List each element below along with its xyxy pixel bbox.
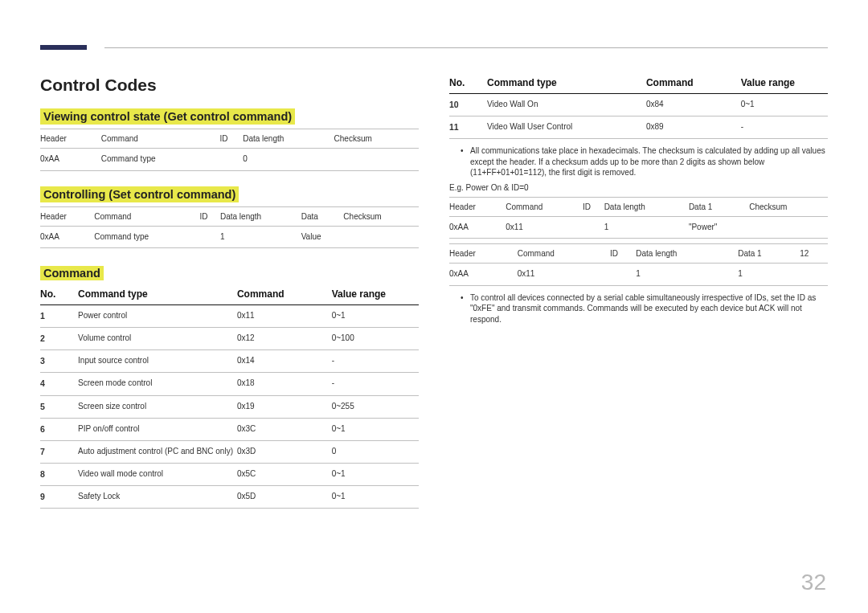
td: 0x19 bbox=[237, 395, 332, 418]
td: Volume control bbox=[78, 328, 237, 350]
td bbox=[610, 264, 636, 286]
section-heading-command: Command bbox=[40, 266, 104, 280]
td bbox=[199, 226, 220, 248]
table-row: 10Video Wall On0x840~1 bbox=[449, 94, 828, 116]
td: Screen mode control bbox=[78, 373, 237, 395]
td: 8 bbox=[40, 463, 78, 485]
td: Video wall mode control bbox=[78, 463, 237, 485]
table-row: 0xAA 0x11 1 1 bbox=[449, 264, 828, 286]
td bbox=[334, 149, 419, 171]
th: Header bbox=[40, 129, 101, 149]
td bbox=[343, 226, 419, 248]
td: 7 bbox=[40, 440, 78, 463]
th: Data length bbox=[220, 206, 301, 226]
td: - bbox=[741, 116, 828, 139]
td bbox=[219, 149, 243, 171]
td: - bbox=[332, 350, 419, 373]
td bbox=[800, 264, 828, 286]
page-title: Control Codes bbox=[40, 76, 419, 95]
table-set-command: Header Command ID Data length Data Check… bbox=[40, 206, 419, 249]
td: 0x3C bbox=[237, 418, 332, 440]
th: Data length bbox=[243, 129, 334, 149]
th: Data length bbox=[636, 244, 738, 264]
td: 10 bbox=[449, 94, 487, 116]
page-number: 32 bbox=[801, 570, 826, 595]
table-command-list-left: No. Command type Command Value range 1Po… bbox=[40, 284, 419, 509]
th: Data bbox=[301, 206, 344, 226]
th-command: Command bbox=[237, 284, 332, 305]
td: 0x18 bbox=[237, 373, 332, 395]
table-row: 3Input source control0x14- bbox=[40, 350, 419, 373]
td: 0xAA bbox=[449, 264, 518, 286]
th: Header bbox=[449, 244, 518, 264]
th: Header bbox=[40, 206, 94, 226]
content-columns: Control Codes Viewing control state (Get… bbox=[40, 72, 828, 509]
table-row: 5Screen size control0x190~255 bbox=[40, 395, 419, 418]
th-command-type: Command type bbox=[78, 284, 237, 305]
th: Header bbox=[449, 197, 506, 216]
table-row: 0xAA 0x11 1 "Power" bbox=[449, 216, 828, 239]
td: 0~1 bbox=[332, 486, 419, 509]
td: Safety Lock bbox=[78, 486, 237, 509]
td: 0~100 bbox=[332, 328, 419, 350]
td: 0 bbox=[243, 149, 334, 171]
th: Checksum bbox=[343, 206, 419, 226]
th: Data 1 bbox=[738, 244, 800, 264]
note-list: All communications take place in hexadec… bbox=[461, 145, 828, 178]
td: 0xAA bbox=[40, 149, 101, 171]
example-label: E.g. Power On & ID=0 bbox=[449, 183, 828, 192]
th: Checksum bbox=[749, 197, 828, 216]
td: Power control bbox=[78, 305, 237, 328]
td: 5 bbox=[40, 395, 78, 418]
td: Video Wall User Control bbox=[487, 116, 646, 139]
th: Checksum bbox=[334, 129, 419, 149]
td: 0xAA bbox=[449, 216, 506, 239]
td: "Power" bbox=[689, 216, 749, 239]
th: Command bbox=[518, 244, 610, 264]
td: 0x12 bbox=[237, 328, 332, 350]
right-column: No. Command type Command Value range 10V… bbox=[449, 72, 828, 509]
td: 0x84 bbox=[646, 94, 741, 116]
td: Screen size control bbox=[78, 395, 237, 418]
th-no: No. bbox=[40, 284, 78, 305]
td bbox=[583, 216, 604, 239]
td: 1 bbox=[220, 226, 301, 248]
table-example-a: Header Command ID Data length Data 1 Che… bbox=[449, 197, 828, 239]
td: 0~1 bbox=[332, 463, 419, 485]
th: Data length bbox=[604, 197, 689, 216]
td: 0x11 bbox=[506, 216, 583, 239]
td: 0 bbox=[332, 440, 419, 463]
td: 9 bbox=[40, 486, 78, 509]
td: Command type bbox=[101, 149, 220, 171]
td: 1 bbox=[604, 216, 689, 239]
table-row: 4Screen mode control0x18- bbox=[40, 373, 419, 395]
section-heading-viewing: Viewing control state (Get control comma… bbox=[40, 108, 295, 125]
td: 11 bbox=[449, 116, 487, 139]
td: 0~1 bbox=[332, 305, 419, 328]
table-get-command: Header Command ID Data length Checksum 0… bbox=[40, 129, 419, 171]
td: Input source control bbox=[78, 350, 237, 373]
note-item: All communications take place in hexadec… bbox=[461, 145, 828, 178]
td: Command type bbox=[94, 226, 199, 248]
header-rule bbox=[104, 47, 828, 48]
td: 0x3D bbox=[237, 440, 332, 463]
table-row: 8Video wall mode control0x5C0~1 bbox=[40, 463, 419, 485]
td bbox=[749, 216, 828, 239]
table-command-list-right: No. Command type Command Value range 10V… bbox=[449, 72, 828, 139]
section-heading-controlling: Controlling (Set control command) bbox=[40, 186, 239, 202]
th-command-type: Command type bbox=[487, 72, 646, 94]
td: 3 bbox=[40, 350, 78, 373]
note-list: To control all devices connected by a se… bbox=[461, 292, 828, 325]
th: Command bbox=[101, 129, 220, 149]
th: Command bbox=[506, 197, 583, 216]
td: Video Wall On bbox=[487, 94, 646, 116]
th: ID bbox=[219, 129, 243, 149]
table-row: 0xAA Command type 1 Value bbox=[40, 226, 419, 248]
td: PIP on/off control bbox=[78, 418, 237, 440]
th: ID bbox=[610, 244, 636, 264]
header-accent-bar bbox=[40, 45, 87, 50]
td: 6 bbox=[40, 418, 78, 440]
th-value-range: Value range bbox=[741, 72, 828, 94]
td: 2 bbox=[40, 328, 78, 350]
td: 0xAA bbox=[40, 226, 94, 248]
